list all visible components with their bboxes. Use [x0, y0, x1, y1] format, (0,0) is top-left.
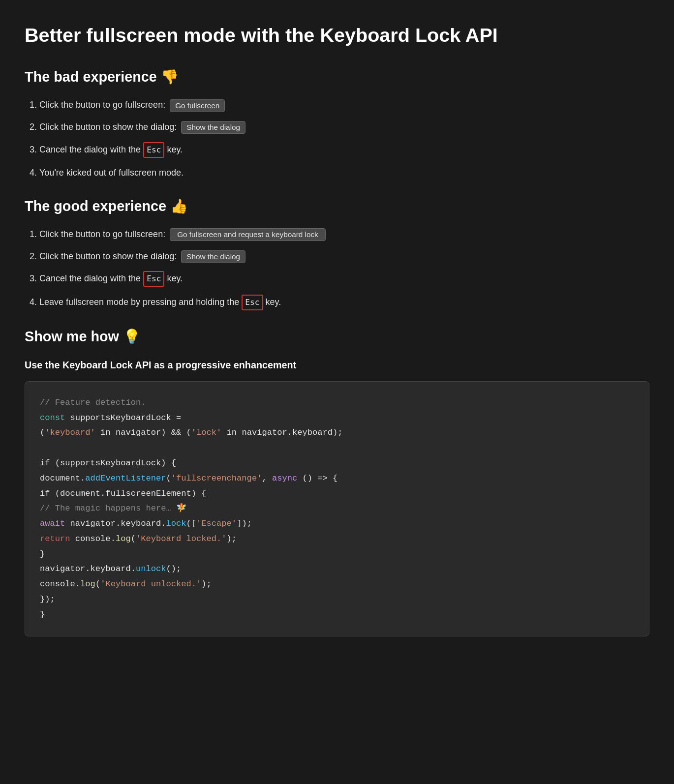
code-line-1: // Feature detection. — [40, 395, 634, 411]
good-item-3-text-before: Cancel the dialog with the — [39, 273, 141, 283]
bad-item-2-text: Click the button to show the dialog: — [39, 122, 177, 132]
bad-experience-list: Click the button to go fullscreen: Go fu… — [25, 98, 649, 180]
code-line-11: navigator.keyboard.unlock(); — [40, 562, 634, 577]
code-line-8: await navigator.keyboard.lock(['Escape']… — [40, 516, 634, 532]
code-line-12: console.log('Keyboard unlocked.'); — [40, 577, 634, 592]
code-line-5: document.addEventListener('fullscreencha… — [40, 471, 634, 486]
code-line-6: if (document.fullscreenElement) { — [40, 486, 634, 502]
bad-item-3-text-before: Cancel the dialog with the — [39, 145, 141, 154]
good-experience-section: The good experience 👍 Click the button t… — [25, 195, 649, 311]
code-line-2: const supportsKeyboardLock = — [40, 411, 634, 426]
howto-section: Show me how 💡 Use the Keyboard Lock API … — [25, 325, 649, 636]
page-title: Better fullscreen mode with the Keyboard… — [25, 20, 649, 51]
code-block: // Feature detection. const supportsKeyb… — [25, 381, 649, 636]
code-line-10: } — [40, 547, 634, 562]
show-dialog-good-button[interactable]: Show the dialog — [181, 250, 245, 263]
code-line-9: return console.log('Keyboard locked.'); — [40, 532, 634, 547]
code-line-4: if (supportsKeyboardLock) { — [40, 456, 634, 471]
good-experience-list: Click the button to go fullscreen: Go fu… — [25, 227, 649, 310]
esc-key-good-2: Esc — [242, 295, 263, 310]
list-item: Cancel the dialog with the Esc key. — [39, 142, 649, 158]
esc-key-good-1: Esc — [143, 271, 164, 287]
code-line-13: }); — [40, 592, 634, 607]
list-item: Click the button to show the dialog: Sho… — [39, 249, 649, 264]
esc-key-bad: Esc — [143, 142, 164, 158]
list-item: You're kicked out of fullscreen mode. — [39, 166, 649, 180]
howto-subheading: Use the Keyboard Lock API as a progressi… — [25, 358, 649, 373]
go-fullscreen-good-button[interactable]: Go fullscreen and request a keyboard loc… — [170, 228, 326, 241]
good-experience-heading: The good experience 👍 — [25, 195, 649, 217]
list-item: Leave fullscreen mode by pressing and ho… — [39, 295, 649, 310]
bad-experience-heading: The bad experience 👎 — [25, 65, 649, 88]
good-item-4-text-after: key. — [266, 297, 281, 307]
list-item: Click the button to go fullscreen: Go fu… — [39, 98, 649, 112]
howto-heading: Show me how 💡 — [25, 325, 649, 348]
bad-item-1-text: Click the button to go fullscreen: — [39, 100, 165, 110]
go-fullscreen-bad-button[interactable]: Go fullscreen — [170, 99, 225, 112]
show-dialog-bad-button[interactable]: Show the dialog — [181, 121, 245, 134]
good-item-1-text: Click the button to go fullscreen: — [39, 229, 165, 239]
good-item-2-text: Click the button to show the dialog: — [39, 251, 177, 261]
good-item-3-text-after: key. — [167, 273, 183, 283]
bad-item-4-text: You're kicked out of fullscreen mode. — [39, 168, 184, 178]
code-line-blank-1 — [40, 441, 634, 456]
code-line-7: // The magic happens here… 🧚 — [40, 501, 634, 516]
list-item: Click the button to show the dialog: Sho… — [39, 120, 649, 134]
code-line-3: ('keyboard' in navigator) && ('lock' in … — [40, 425, 634, 441]
bad-item-3-text-after: key. — [167, 145, 183, 154]
code-line-14: } — [40, 607, 634, 623]
list-item: Click the button to go fullscreen: Go fu… — [39, 227, 649, 241]
list-item: Cancel the dialog with the Esc key. — [39, 271, 649, 287]
good-item-4-text-before: Leave fullscreen mode by pressing and ho… — [39, 297, 239, 307]
bad-experience-section: The bad experience 👎 Click the button to… — [25, 65, 649, 180]
